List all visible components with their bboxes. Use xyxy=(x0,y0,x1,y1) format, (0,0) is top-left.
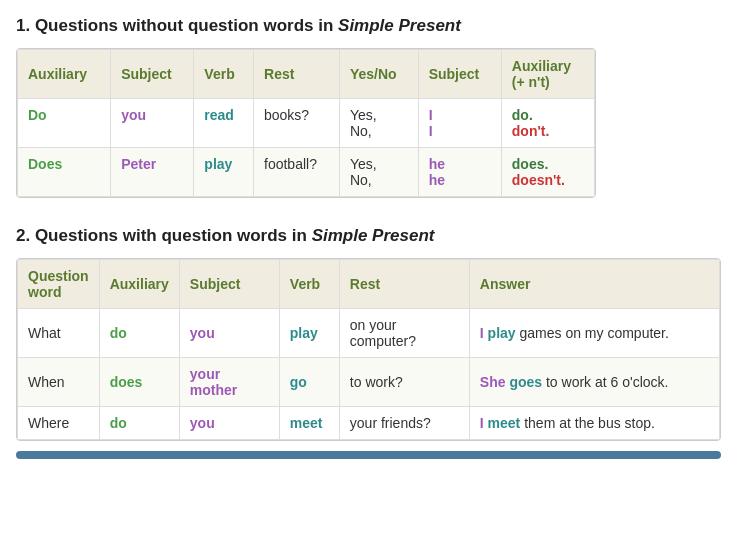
table1: Auxiliary Subject Verb Rest Yes/No Subje… xyxy=(17,49,595,197)
cell-aux2-1: do.don't. xyxy=(501,99,594,148)
table1-wrapper: Auxiliary Subject Verb Rest Yes/No Subje… xyxy=(16,48,596,198)
col-yesno: Yes/No xyxy=(339,50,418,99)
cell-books: books? xyxy=(254,99,340,148)
cell-aux2-2: does.doesn't. xyxy=(501,148,594,197)
cell-subj2-2: hehe xyxy=(418,148,501,197)
cell-do: Do xyxy=(18,99,111,148)
col-auxiliary2: Auxiliary(+ n't) xyxy=(501,50,594,99)
col-verb: Verb xyxy=(279,260,339,309)
cell-play2: play xyxy=(279,309,339,358)
cell-answer1: I play games on my computer. xyxy=(469,309,719,358)
cell-when: When xyxy=(18,358,100,407)
cell-what: What xyxy=(18,309,100,358)
cell-play: play xyxy=(194,148,254,197)
col-qword: Question word xyxy=(18,260,100,309)
cell-you2: you xyxy=(179,309,279,358)
cell-do3: do xyxy=(99,407,179,440)
cell-does2: does xyxy=(99,358,179,407)
cell-meet: meet xyxy=(279,407,339,440)
cell-you3: you xyxy=(179,407,279,440)
section1-title: 1. Questions without question words in S… xyxy=(16,16,721,36)
cell-peter: Peter xyxy=(111,148,194,197)
cell-answer2: She goes to work at 6 o'clock. xyxy=(469,358,719,407)
cell-rest1: on your computer? xyxy=(339,309,469,358)
col-rest: Rest xyxy=(254,50,340,99)
cell-answer3: I meet them at the bus stop. xyxy=(469,407,719,440)
cell-yesno2: Yes,No, xyxy=(339,148,418,197)
col-auxiliary: Auxiliary xyxy=(18,50,111,99)
table-row: What do you play on your computer? I pla… xyxy=(18,309,720,358)
cell-does: Does xyxy=(18,148,111,197)
table2-wrapper: Question word Auxiliary Subject Verb Res… xyxy=(16,258,721,441)
cell-you: you xyxy=(111,99,194,148)
scrollbar[interactable] xyxy=(16,451,721,459)
col-aux: Auxiliary xyxy=(99,260,179,309)
cell-where: Where xyxy=(18,407,100,440)
col-subj: Subject xyxy=(179,260,279,309)
col-rest: Rest xyxy=(339,260,469,309)
section2-title: 2. Questions with question words in Simp… xyxy=(16,226,721,246)
col-subject2: Subject xyxy=(418,50,501,99)
table2: Question word Auxiliary Subject Verb Res… xyxy=(17,259,720,440)
cell-mother: your mother xyxy=(179,358,279,407)
cell-rest3: your friends? xyxy=(339,407,469,440)
cell-go: go xyxy=(279,358,339,407)
table-row: Do you read books? Yes,No, II do.don't. xyxy=(18,99,595,148)
cell-rest2: to work? xyxy=(339,358,469,407)
table-row: When does your mother go to work? She go… xyxy=(18,358,720,407)
cell-do2: do xyxy=(99,309,179,358)
table-row: Where do you meet your friends? I meet t… xyxy=(18,407,720,440)
cell-read: read xyxy=(194,99,254,148)
col-answer: Answer xyxy=(469,260,719,309)
col-verb: Verb xyxy=(194,50,254,99)
cell-subj2-1: II xyxy=(418,99,501,148)
col-subject: Subject xyxy=(111,50,194,99)
cell-yesno1: Yes,No, xyxy=(339,99,418,148)
table-row: Does Peter play football? Yes,No, hehe d… xyxy=(18,148,595,197)
cell-football: football? xyxy=(254,148,340,197)
